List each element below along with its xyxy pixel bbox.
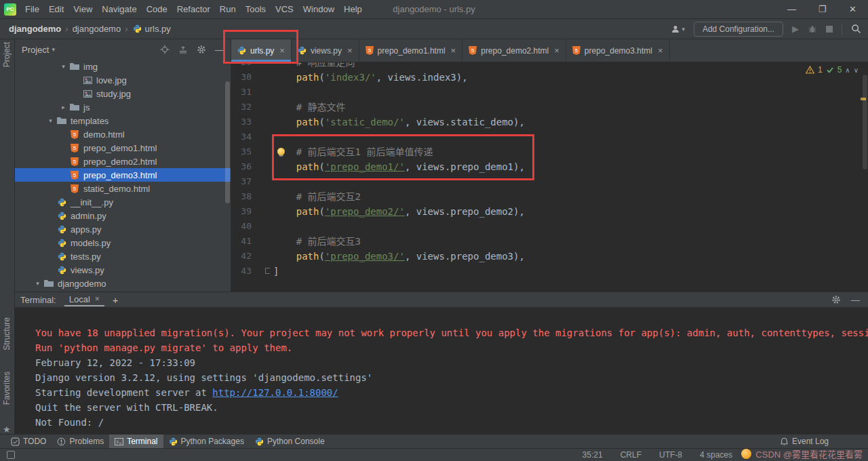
fold-column [252,219,273,234]
tree-item-js[interactable]: ▸js [15,100,231,114]
caret-position[interactable]: 35:21 [583,450,603,460]
tree-item-__init__.py[interactable]: __init__.py [15,195,231,209]
user-account-button[interactable]: ▾ [671,24,685,34]
tree-item-study.jpg[interactable]: study.jpg [15,87,231,100]
tree-item-prepo_demo2.html[interactable]: 5prepo_demo2.html [15,155,231,168]
terminal-settings-button[interactable] [831,295,841,304]
prev-highlight-icon[interactable]: ∧ [845,66,850,74]
next-highlight-icon[interactable]: ∨ [854,66,859,74]
debug-button[interactable] [808,24,817,34]
close-icon[interactable]: × [451,45,456,56]
editor-tab-views.py[interactable]: views.py× [292,39,359,62]
menu-item-navigate[interactable]: Navigate [97,0,141,19]
tree-item-prepo_demo1.html[interactable]: 5prepo_demo1.html [15,141,231,155]
line-number: 39 [231,204,252,219]
chevron-down-icon[interactable]: ▾ [58,63,69,70]
editor-tab-prepo_demo3.html[interactable]: 5prepo_demo3.html× [566,39,670,62]
project-panel-title[interactable]: Project [22,45,49,55]
check-icon [826,66,834,74]
tree-item-templates[interactable]: ▾templates [15,114,231,127]
new-terminal-button[interactable]: + [113,294,119,306]
tool-button-python-packages[interactable]: Python Packages [163,435,250,448]
chevron-down-icon[interactable]: ▾ [32,280,43,287]
menu-item-window[interactable]: Window [298,0,339,19]
tool-window-switcher-icon[interactable] [7,451,15,459]
project-tool-button[interactable]: Project [2,42,12,67]
collapse-all-button[interactable] [178,45,188,54]
tree-item-tests.py[interactable]: tests.py [15,249,231,263]
tree-item-views.py[interactable]: views.py [15,263,231,277]
menu-item-edit[interactable]: Edit [44,0,68,19]
close-icon[interactable]: × [658,45,663,56]
minimize-terminal-button[interactable]: — [851,295,860,305]
close-icon[interactable]: × [554,45,559,56]
add-configuration-button[interactable]: Add Configuration... [694,22,783,37]
tree-item-models.py[interactable]: models.py [15,236,231,249]
terminal-line: Starting development server at http://12… [35,385,868,400]
maximize-button[interactable]: ❐ [807,0,837,19]
warning-icon [806,66,814,74]
tree-item-admin.py[interactable]: admin.py [15,209,231,222]
locate-file-button[interactable] [160,45,170,54]
editor-tab-prepo_demo2.html[interactable]: 5prepo_demo2.html× [462,39,566,62]
close-icon[interactable]: × [95,294,100,304]
server-url-link[interactable]: http://127.0.0.1:8000/ [212,387,338,398]
tree-item-djangodemo[interactable]: ▾djangodemo [15,277,231,290]
terminal-actions: — [831,295,860,305]
menu-item-refactor[interactable]: Refactor [172,0,215,19]
search-everywhere-button[interactable] [851,24,861,34]
chevron-down-icon[interactable]: ▾ [45,117,56,124]
editor-tab-prepo_demo1.html[interactable]: 5prepo_demo1.html× [359,39,463,62]
menu-item-file[interactable]: File [20,0,44,19]
project-tree-scrollbar[interactable] [225,81,230,203]
tool-button-todo[interactable]: TODO [5,435,52,448]
inspections-widget[interactable]: 1 5 ∧ ∨ [806,65,859,75]
terminal-tab-local[interactable]: Local × [64,294,104,306]
line-separator[interactable]: CRLF [620,450,642,460]
stop-button[interactable] [826,26,833,33]
run-button[interactable]: ▶ [792,24,799,34]
menu-item-code[interactable]: Code [142,0,172,19]
tree-item-apps.py[interactable]: apps.py [15,222,231,236]
chevron-right-icon[interactable]: ▸ [58,104,69,111]
favorites-tool-button[interactable]: Favorites [2,372,12,405]
favorites-star-icon[interactable]: ★ [3,424,11,435]
close-button[interactable]: ✕ [837,0,868,19]
editor-scrollbar[interactable] [863,75,867,169]
breadcrumb-item[interactable]: djangodemo [71,24,123,34]
line-number: 34 [231,129,252,144]
editor-body[interactable]: 29 # 响应重定向30 path('index3/', views.index… [231,62,868,292]
close-icon[interactable]: × [347,45,353,56]
menu-item-tools[interactable]: Tools [241,0,271,19]
menu-item-view[interactable]: View [68,0,97,19]
intention-bulb-icon[interactable] [277,148,285,155]
menu-item-help[interactable]: Help [339,0,367,19]
minimize-button[interactable]: — [776,0,807,19]
editor-tab-urls.py[interactable]: urls.py× [231,39,292,62]
terminal-output[interactable]: You have 18 unapplied migration(s). Your… [15,308,868,434]
tree-item-img[interactable]: ▾img [15,60,231,73]
watermark-text: CSDN @雾里看花花里看雾 [755,447,863,460]
tool-button-python-console[interactable]: Python Console [250,435,330,448]
hide-panel-button[interactable]: — [215,45,224,55]
close-icon[interactable]: × [279,45,285,56]
structure-tool-button[interactable]: Structure [2,317,12,350]
tree-item-prepo_demo3.html[interactable]: 5prepo_demo3.html [15,168,231,182]
tree-item-demo.html[interactable]: 5demo.html [15,127,231,141]
tree-item-love.jpg[interactable]: love.jpg [15,73,231,87]
menu-item-run[interactable]: Run [215,0,241,19]
content-area: Project Structure Favorites ★ Project ▾ [0,39,868,434]
python-icon [56,266,67,275]
code-text: path('prepo_demo1/', views.prepo_demo1), [273,159,525,174]
breadcrumb-item[interactable]: urls.py [143,24,173,34]
breadcrumb-item[interactable]: djangodemo [7,24,63,34]
indent-style[interactable]: 4 spaces [700,450,732,460]
tool-button-terminal[interactable]: Terminal [109,435,163,448]
code-line-34: 34 [231,129,868,144]
menu-item-vcs[interactable]: VCS [271,0,298,19]
panel-settings-button[interactable] [197,45,206,54]
file-encoding[interactable]: UTF-8 [659,450,682,460]
tool-button-problems[interactable]: Problems [52,435,109,448]
event-log-button[interactable]: Event Log [780,437,863,446]
tree-item-static_demo.html[interactable]: 5static_demo.html [15,182,231,195]
